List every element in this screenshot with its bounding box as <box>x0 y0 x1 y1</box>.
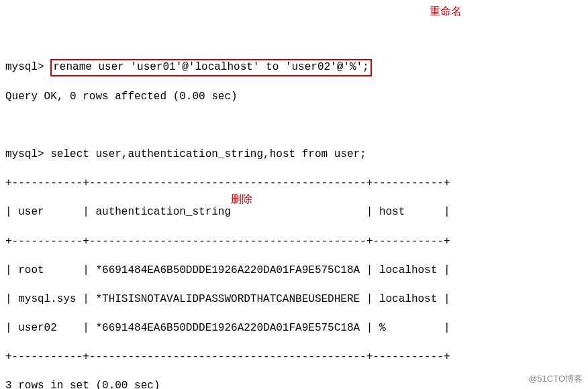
watermark: @51CTO博客 <box>528 373 583 385</box>
table-border: +-----------+---------------------------… <box>5 235 583 249</box>
prompt: mysql> <box>5 148 44 160</box>
drop-annotation: 删除 <box>231 192 252 207</box>
table-row: | user02 | *6691484EA6B50DDDE1926A220DA0… <box>5 321 583 336</box>
terminal-line: mysql> select user,authentication_string… <box>5 148 583 162</box>
table-header: | user | authentication_string | host | <box>5 205 583 220</box>
select-command: select user,authentication_string,host f… <box>50 148 366 160</box>
prompt: mysql> <box>5 61 44 73</box>
blank-line <box>5 119 583 133</box>
rename-command-box: rename user 'user01'@'localhost' to 'use… <box>50 59 371 76</box>
table-row: | mysql.sys | *THISISNOTAVALIDPASSWORDTH… <box>5 292 583 307</box>
table-row: | root | *6691484EA6B50DDDE1926A220DA01F… <box>5 264 583 278</box>
rename-annotation: 重命名 <box>430 4 462 19</box>
terminal-line: mysql> rename user 'user01'@'localhost' … <box>5 60 583 75</box>
table-border: +-----------+---------------------------… <box>5 176 583 191</box>
row-count: 3 rows in set (0.00 sec) <box>5 379 583 389</box>
table-border: +-----------+---------------------------… <box>5 350 583 365</box>
query-result: Query OK, 0 rows affected (0.00 sec) <box>5 90 583 105</box>
